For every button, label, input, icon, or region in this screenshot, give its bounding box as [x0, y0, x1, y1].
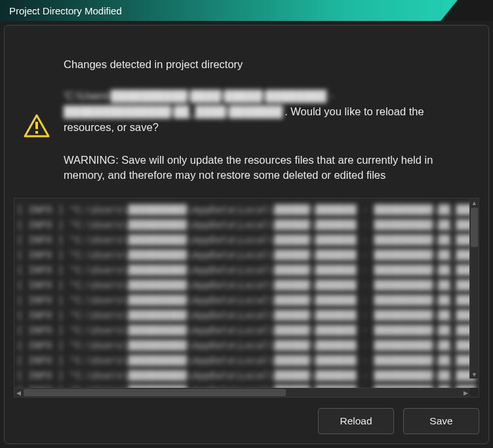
svg-rect-0: [35, 122, 38, 129]
warning-icon: [20, 41, 53, 183]
list-item[interactable]: [ INFO ] "C:\Users\██████████\AppData\Lo…: [17, 323, 476, 338]
titlebar-notch: [441, 0, 493, 21]
list-item[interactable]: [ INFO ] "C:\Users\██████████\AppData\Lo…: [17, 293, 476, 308]
titlebar: Project Directory Modified: [0, 0, 493, 21]
svg-rect-1: [35, 131, 38, 134]
message-heading: Changes detected in project directory 'C…: [64, 41, 473, 136]
window-title: Project Directory Modified: [0, 5, 122, 16]
vertical-scroll-thumb[interactable]: [471, 208, 478, 247]
save-button[interactable]: Save: [403, 408, 479, 434]
scroll-down-icon[interactable]: ▼: [470, 370, 479, 379]
list-item[interactable]: [ INFO ] "C:\Users\██████████\AppData\Lo…: [17, 383, 476, 388]
horizontal-scroll-thumb[interactable]: [24, 389, 286, 396]
list-item[interactable]: [ INFO ] "C:\Users\██████████\AppData\Lo…: [17, 278, 476, 293]
message-heading-line1: Changes detected in project directory: [64, 58, 243, 70]
changes-list: [ INFO ] "C:\Users\██████████\AppData\Lo…: [14, 198, 479, 398]
reload-button[interactable]: Reload: [318, 408, 394, 434]
list-item[interactable]: [ INFO ] "C:\Users\██████████\AppData\Lo…: [17, 233, 476, 248]
dialog-window: Project Directory Modified Changes detec…: [0, 0, 493, 448]
list-item[interactable]: [ INFO ] "C:\Users\██████████\AppData\Lo…: [17, 263, 476, 278]
horizontal-scrollbar[interactable]: ◀ ▶: [14, 388, 470, 397]
vertical-scrollbar[interactable]: ▲ ▼: [469, 198, 479, 379]
message-warning: WARNING: Save will only update the resou…: [64, 153, 473, 184]
list-item[interactable]: [ INFO ] "C:\Users\██████████\AppData\Lo…: [17, 202, 476, 217]
scroll-right-icon[interactable]: ▶: [462, 388, 470, 397]
dialog-body: Changes detected in project directory 'C…: [4, 25, 489, 444]
changes-list-viewport[interactable]: [ INFO ] "C:\Users\██████████\AppData\Lo…: [14, 198, 479, 388]
scroll-up-icon[interactable]: ▲: [470, 198, 479, 207]
button-row: Reload Save: [14, 398, 479, 434]
list-item[interactable]: [ INFO ] "C:\Users\██████████\AppData\Lo…: [17, 248, 476, 263]
list-item[interactable]: [ INFO ] "C:\Users\██████████\AppData\Lo…: [17, 338, 476, 353]
scroll-left-icon[interactable]: ◀: [14, 388, 23, 397]
list-item[interactable]: [ INFO ] "C:\Users\██████████\AppData\Lo…: [17, 353, 476, 368]
list-item[interactable]: [ INFO ] "C:\Users\██████████\AppData\Lo…: [17, 368, 476, 383]
list-item[interactable]: [ INFO ] "C:\Users\██████████\AppData\Lo…: [17, 217, 476, 233]
message-text: Changes detected in project directory 'C…: [64, 41, 473, 183]
message-row: Changes detected in project directory 'C…: [14, 35, 479, 198]
list-item[interactable]: [ INFO ] "C:\Users\██████████\AppData\Lo…: [17, 308, 476, 323]
